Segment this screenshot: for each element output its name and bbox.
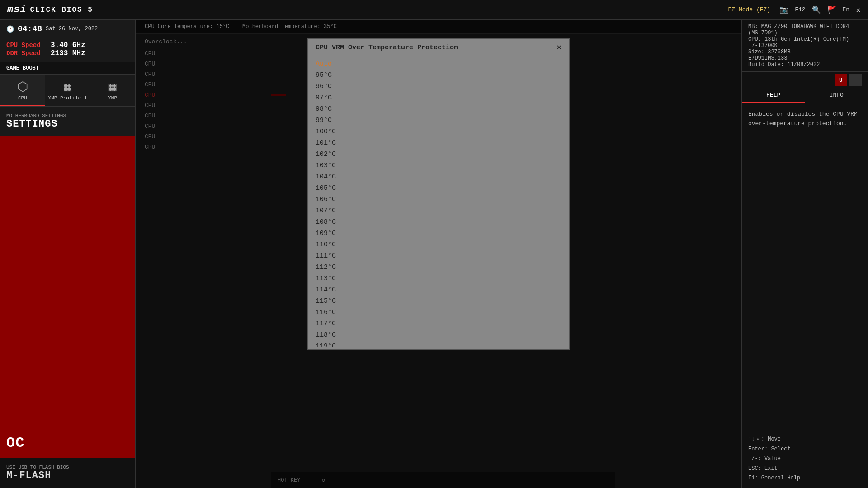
- nav-xmp2[interactable]: ▦ XMP: [90, 75, 135, 106]
- clock-date: Sat 26 Nov, 2022: [46, 26, 98, 32]
- keybind-move: ↑↓→←: Move: [748, 435, 862, 445]
- modal-item-100[interactable]: 100°C: [308, 126, 569, 137]
- content-area: CPU Core Temperature: 15°C Motherboard T…: [136, 20, 741, 488]
- nav-icons: ⬡ CPU ▦ XMP Profile 1 ▦ XMP: [0, 75, 135, 107]
- modal-item-98[interactable]: 98°C: [308, 103, 569, 115]
- flag-icon[interactable]: 🚩: [827, 5, 836, 14]
- ddr-speed-label: DDR Speed: [6, 50, 47, 57]
- tab-info[interactable]: INFO: [805, 88, 868, 103]
- build-date-value: 11/08/2022: [787, 61, 820, 68]
- modal-item-99[interactable]: 99°C: [308, 115, 569, 126]
- keybind-value: +/-: Value: [748, 454, 862, 464]
- build-date-label: Build Date:: [748, 61, 784, 68]
- nav-xmp1[interactable]: ▦ XMP Profile 1: [45, 75, 90, 106]
- u-indicator-row: U: [742, 72, 868, 88]
- keybind-f1: F1: General Help: [748, 474, 862, 483]
- nav-xmp1-label: XMP Profile 1: [48, 95, 87, 101]
- xmp1-icon: ▦: [64, 79, 71, 94]
- modal-item-auto[interactable]: Auto: [308, 58, 569, 70]
- cpu-info: CPU: 13th Gen Intel(R) Core(TM) i7-13700…: [748, 36, 862, 49]
- modal-item-104[interactable]: 104°C: [308, 171, 569, 183]
- modal-item-101[interactable]: 101°C: [308, 137, 569, 149]
- modal-item-111[interactable]: 111°C: [308, 250, 569, 262]
- search-icon[interactable]: 🔍: [812, 5, 821, 14]
- modal-item-115[interactable]: 115°C: [308, 296, 569, 307]
- modal-close-button[interactable]: ✕: [557, 43, 561, 52]
- modal-item-117[interactable]: 117°C: [308, 318, 569, 329]
- cpu-value: 13th Gen Intel(R) Core(TM) i7-13700K: [748, 36, 849, 49]
- settings-sub-label: Motherboard settings: [6, 113, 129, 118]
- modal-list: Auto 95°C 96°C 97°C 98°C 99°C 100°C 101°…: [308, 56, 569, 349]
- sidebar: 🕐 04:48 Sat 26 Nov, 2022 CPU Speed 3.40 …: [0, 20, 136, 488]
- modal-item-109[interactable]: 109°C: [308, 228, 569, 239]
- cpu-icon: ⬡: [17, 79, 28, 94]
- modal-item-107[interactable]: 107°C: [308, 205, 569, 216]
- keybind-esc: ESC: Exit: [748, 464, 862, 474]
- ddr-speed-value: 2133 MHz: [51, 49, 85, 57]
- tab-help[interactable]: HELP: [742, 88, 805, 103]
- right-panel: MB: MAG Z790 TOMAHAWK WIFI DDR4 (MS-7D91…: [741, 20, 868, 488]
- build-date-info: Build Date: 11/08/2022: [748, 61, 862, 68]
- help-content: Enables or disables the CPU VRM over-tem…: [742, 103, 868, 426]
- ez-mode-button[interactable]: EZ Mode (F7): [728, 6, 771, 13]
- mflash-sub-label: Use USB to flash BIOS: [6, 465, 129, 470]
- header-logo: msi CLICK BIOS 5: [7, 4, 93, 15]
- modal-item-112[interactable]: 112°C: [308, 262, 569, 273]
- lang-label[interactable]: En: [843, 6, 850, 13]
- nav-cpu[interactable]: ⬡ CPU: [0, 75, 45, 106]
- modal-item-102[interactable]: 102°C: [308, 149, 569, 160]
- modal-item-105[interactable]: 105°C: [308, 183, 569, 194]
- modal-item-95[interactable]: 95°C: [308, 70, 569, 81]
- cpu-speed-value: 3.40 GHz: [51, 41, 85, 49]
- keybind-enter: Enter: Select: [748, 445, 862, 455]
- modal-item-119[interactable]: 119°C: [308, 341, 569, 347]
- modal-header: CPU VRM Over Temperature Protection ✕: [308, 39, 569, 56]
- header-right: EZ Mode (F7) 📷 F12 🔍 🚩 En ✕: [728, 5, 861, 15]
- modal-item-110[interactable]: 110°C: [308, 239, 569, 250]
- xmp2-icon: ▦: [109, 79, 117, 94]
- screenshot-icon[interactable]: 📷: [779, 5, 788, 14]
- main-layout: 🕐 04:48 Sat 26 Nov, 2022 CPU Speed 3.40 …: [0, 20, 868, 488]
- modal-item-113[interactable]: 113°C: [308, 273, 569, 284]
- header-icons: 📷 F12 🔍 🚩 En ✕: [779, 5, 861, 15]
- right-sys-info: MB: MAG Z790 TOMAHAWK WIFI DDR4 (MS-7D91…: [742, 20, 868, 72]
- cpu-label: CPU:: [748, 36, 761, 42]
- mb-label: MB:: [748, 23, 758, 30]
- modal-item-114[interactable]: 114°C: [308, 284, 569, 296]
- game-boost-label[interactable]: GAME BOOST: [0, 62, 135, 75]
- bios-info: E7D91IMS.133: [748, 55, 862, 61]
- cpu-speed-label: CPU Speed: [6, 42, 47, 49]
- modal-title-text: CPU VRM Over Temperature Protection: [316, 44, 458, 52]
- sidebar-item-oc[interactable]: OC: [0, 136, 135, 458]
- modal-item-97[interactable]: 97°C: [308, 92, 569, 103]
- clock-time: 04:48: [18, 24, 42, 33]
- size-value: 32768MB: [768, 49, 790, 55]
- close-button[interactable]: ✕: [856, 5, 861, 15]
- modal-item-96[interactable]: 96°C: [308, 81, 569, 92]
- u-indicator: U: [835, 74, 847, 86]
- mflash-title-label: M-FLASH: [6, 470, 129, 481]
- oc-title-label: OC: [6, 435, 129, 451]
- nav-xmp2-label: XMP: [108, 95, 117, 101]
- size-info: Size: 32768MB: [748, 49, 862, 55]
- modal-item-118[interactable]: 118°C: [308, 329, 569, 341]
- modal-overlay: CPU VRM Over Temperature Protection ✕ Au…: [136, 20, 741, 488]
- sidebar-item-mflash[interactable]: Use USB to flash BIOS M-FLASH: [0, 458, 135, 488]
- settings-title-label: SETTINGS: [6, 118, 129, 130]
- temperature-modal: CPU VRM Over Temperature Protection ✕ Au…: [307, 38, 570, 350]
- keybinds-section: ↑↓→←: Move Enter: Select +/-: Value ESC:…: [742, 426, 868, 488]
- sidebar-item-settings[interactable]: Motherboard settings SETTINGS: [0, 107, 135, 136]
- bios-name-text: CLICK BIOS 5: [30, 6, 93, 14]
- modal-item-106[interactable]: 106°C: [308, 194, 569, 205]
- clock-icon: 🕐: [6, 25, 14, 33]
- modal-item-116[interactable]: 116°C: [308, 307, 569, 318]
- modal-list-scroll[interactable]: Auto 95°C 96°C 97°C 98°C 99°C 100°C 101°…: [308, 58, 569, 347]
- header: msi CLICK BIOS 5 EZ Mode (F7) 📷 F12 🔍 🚩 …: [0, 0, 868, 20]
- nav-cpu-label: CPU: [18, 95, 27, 101]
- keybinds-divider: [748, 431, 862, 431]
- bios-id: E7D91IMS.133: [748, 55, 787, 61]
- modal-item-103[interactable]: 103°C: [308, 160, 569, 171]
- clock-section: 🕐 04:48 Sat 26 Nov, 2022: [0, 20, 135, 38]
- modal-item-108[interactable]: 108°C: [308, 216, 569, 228]
- indicator-box: [849, 74, 862, 86]
